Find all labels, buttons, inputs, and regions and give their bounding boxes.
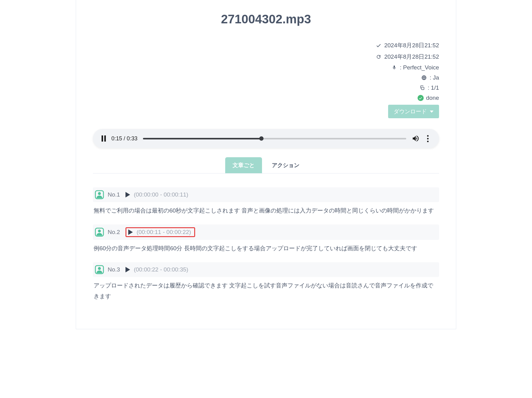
tabs: 文章ごと アクション <box>93 157 439 174</box>
segment-control[interactable]: (00:00:22 - 00:00:35) <box>125 266 188 273</box>
tab-action[interactable]: アクション <box>264 157 307 173</box>
segment-number: No.1 <box>108 191 120 198</box>
segment-header: No.3(00:00:22 - 00:00:35) <box>93 262 439 277</box>
highlighted-segment-control[interactable]: (00:00:11 - 00:00:22) <box>125 227 195 237</box>
meta-status-value: done <box>426 95 439 101</box>
more-button[interactable] <box>425 135 430 142</box>
play-icon[interactable] <box>125 267 130 272</box>
speaker-icon <box>95 265 104 274</box>
meta-status: done <box>93 95 439 101</box>
svg-point-6 <box>98 267 101 270</box>
chevron-down-icon <box>430 111 434 113</box>
segment: No.3(00:00:22 - 00:00:35)アップロードされたデータは履歴… <box>93 262 439 302</box>
download-button-label: ダウンロード <box>394 108 427 115</box>
meta-model: : Perfect_Voice <box>93 64 439 71</box>
meta-pages-value: : 1/1 <box>428 84 439 91</box>
segment-header: No.2(00:00:11 - 00:00:22) <box>93 224 439 240</box>
refresh-icon <box>376 54 382 60</box>
segment-time: (00:00:11 - 00:00:22) <box>137 229 191 236</box>
player-progress <box>143 138 261 139</box>
segment-number: No.3 <box>108 266 120 273</box>
meta-created: 2024年8月28日21:52 <box>93 41 439 49</box>
segment-time: (00:00:00 - 00:00:11) <box>134 191 188 198</box>
meta-updated: 2024年8月28日21:52 <box>93 53 439 61</box>
meta-language-value: : Ja <box>430 74 439 81</box>
segment-text: 例60分の音声データ処理時間60分 長時間の文字起こしをする場合アップロードが完… <box>93 240 439 254</box>
segment-header: No.1(00:00:00 - 00:00:11) <box>93 187 439 202</box>
copy-icon <box>419 85 425 91</box>
page-title: 271004302.mp3 <box>93 12 439 26</box>
svg-point-4 <box>98 230 101 232</box>
meta-model-value: : Perfect_Voice <box>400 64 439 71</box>
meta-updated-value: 2024年8月28日21:52 <box>384 53 439 61</box>
segment-number: No.2 <box>108 229 120 236</box>
player-total-time: 0:33 <box>127 135 137 142</box>
player-time: 0:15 / 0:33 <box>111 135 137 142</box>
play-icon[interactable] <box>125 192 130 197</box>
microphone-icon <box>391 65 397 70</box>
player-thumb[interactable] <box>259 136 264 141</box>
speaker-icon <box>95 190 104 199</box>
play-icon[interactable] <box>128 229 133 235</box>
check-icon <box>376 43 382 48</box>
segment-time: (00:00:22 - 00:00:35) <box>134 266 188 273</box>
segment-control[interactable]: (00:00:00 - 00:00:11) <box>125 191 188 198</box>
speaker-icon <box>95 228 104 237</box>
volume-button[interactable] <box>412 135 420 142</box>
tab-by-sentence[interactable]: 文章ごと <box>225 157 262 173</box>
audio-player: 0:15 / 0:33 <box>93 129 439 148</box>
svg-rect-0 <box>422 87 424 90</box>
svg-point-2 <box>98 192 101 195</box>
check-circle-icon <box>418 95 424 101</box>
meta-created-value: 2024年8月28日21:52 <box>384 41 439 49</box>
segments-list: No.1(00:00:00 - 00:00:11)無料でご利用の場合は最初の60… <box>93 187 439 302</box>
segment-text: 無料でご利用の場合は最初の60秒が文字起こしされます 音声と画像の処理には入力デ… <box>93 202 439 216</box>
segment: No.2(00:00:11 - 00:00:22)例60分の音声データ処理時間6… <box>93 224 439 254</box>
pause-button[interactable] <box>102 135 106 142</box>
player-seek-bar[interactable] <box>143 138 406 139</box>
download-button[interactable]: ダウンロード <box>388 105 439 118</box>
meta-language: : Ja <box>93 74 439 81</box>
player-current-time: 0:15 <box>111 135 122 142</box>
segment-text: アップロードされたデータは履歴から確認できます 文字起こしを試す音声ファイルがな… <box>93 277 439 302</box>
meta-block: 2024年8月28日21:52 2024年8月28日21:52 : Perfec… <box>93 41 439 118</box>
segment: No.1(00:00:00 - 00:00:11)無料でご利用の場合は最初の60… <box>93 187 439 216</box>
globe-icon <box>421 75 427 80</box>
meta-pages: : 1/1 <box>93 84 439 91</box>
